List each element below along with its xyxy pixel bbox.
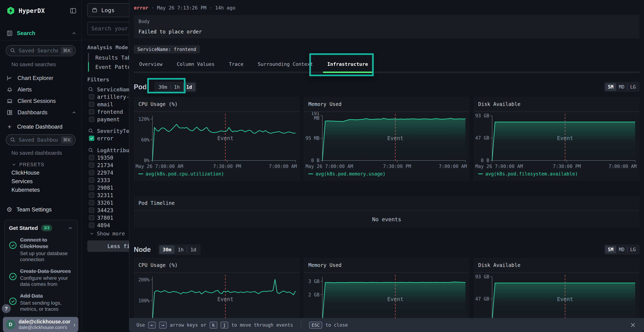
sidebar-item-alerts[interactable]: Alerts bbox=[0, 84, 82, 95]
pod-range-30m[interactable]: 30m bbox=[155, 83, 170, 91]
pod-section-header: Pod 30m 1h 1d SM MD LG bbox=[134, 81, 640, 93]
svg-text:100%: 100% bbox=[138, 298, 150, 304]
presets-label: PRESETS bbox=[19, 162, 44, 168]
checkbox[interactable] bbox=[89, 208, 94, 213]
svg-text:7:30:00 PM: 7:30:00 PM bbox=[383, 164, 411, 169]
node-range-1h[interactable]: 1h bbox=[174, 246, 187, 254]
tab-trace[interactable]: Trace bbox=[224, 58, 249, 72]
get-started-item[interactable]: Connect to ClickHouse Set up your databa… bbox=[9, 237, 73, 262]
svg-text:0 B: 0 B bbox=[311, 158, 320, 163]
checkbox[interactable] bbox=[89, 215, 94, 220]
chart-title: Memory Used bbox=[304, 258, 470, 273]
node-range-30m[interactable]: 30m bbox=[160, 246, 174, 254]
pod-size-sm[interactable]: SM bbox=[605, 83, 616, 91]
node-size-lg[interactable]: LG bbox=[628, 246, 638, 254]
mode-indicator bbox=[88, 62, 89, 72]
checkbox[interactable] bbox=[89, 109, 94, 114]
checkbox[interactable] bbox=[89, 185, 94, 190]
event-header: error · May 26 7:13:26 PM · 14h ago bbox=[134, 4, 640, 11]
pod-size-control: SM MD LG bbox=[604, 82, 640, 92]
checkbox[interactable] bbox=[89, 222, 94, 228]
close-icon[interactable] bbox=[629, 321, 637, 329]
svg-text:MB: MB bbox=[314, 116, 319, 121]
sidebar-section-search[interactable]: Search bbox=[6, 29, 77, 38]
checkbox[interactable] bbox=[89, 192, 94, 198]
tab-overview[interactable]: Overview bbox=[134, 58, 168, 72]
chart-title: CPU Usage (%) bbox=[134, 258, 300, 273]
svg-text:0%: 0% bbox=[144, 158, 150, 163]
pod-size-lg[interactable]: LG bbox=[628, 83, 638, 91]
footer-text: to move through events bbox=[232, 322, 293, 328]
user-profile-chip[interactable]: D dale@clickhouse.com dale@clickhouse.co… bbox=[3, 317, 78, 332]
check-circle-icon bbox=[9, 268, 17, 288]
checkbox[interactable] bbox=[89, 178, 94, 183]
chart-plot: 0%60%120%May 26 7:00:00 AM7:30:00 PM7:00… bbox=[134, 112, 300, 171]
body-text: Failed to place order bbox=[138, 29, 635, 35]
footer-text: arrow keys or bbox=[170, 322, 206, 328]
tab-column-values[interactable]: Column Values bbox=[172, 58, 220, 72]
checkbox[interactable] bbox=[89, 117, 94, 122]
create-dashboard-label: Create Dashboard bbox=[17, 124, 62, 130]
user-email: dale@clickhouse.com bbox=[18, 319, 70, 325]
checkbox[interactable] bbox=[89, 155, 94, 160]
chevron-up-icon[interactable] bbox=[68, 226, 73, 231]
get-started-item[interactable]: Add Data Start sending logs, metrics, or… bbox=[9, 293, 73, 312]
pod-range-1d[interactable]: 1d bbox=[183, 83, 195, 91]
tab-surrounding-context[interactable]: Surrounding Context bbox=[252, 58, 318, 72]
sidebar-item-client-sessions[interactable]: Client Sessions bbox=[0, 95, 82, 107]
team-settings-button[interactable]: ⚙ Team Settings bbox=[0, 205, 82, 215]
svg-text:May 26 7:00:00 AM: May 26 7:00:00 AM bbox=[306, 164, 353, 169]
node-range-1d[interactable]: 1d bbox=[187, 246, 200, 254]
chevron-up-icon bbox=[72, 30, 77, 36]
get-started-title: Get Started bbox=[9, 225, 38, 231]
legend-dash bbox=[138, 174, 143, 174]
node-size-sm[interactable]: SM bbox=[605, 246, 616, 254]
help-button[interactable]: ? bbox=[2, 304, 11, 313]
search-icon[interactable] bbox=[88, 128, 94, 134]
svg-text:May 26 7:00:00 AM: May 26 7:00:00 AM bbox=[136, 164, 183, 169]
get-started-panel: Get Started 3/3 Connect to ClickHouse Se… bbox=[4, 220, 78, 320]
chart-pod-cpu: CPU Usage (%) 0%60%120%May 26 7:00:00 AM… bbox=[134, 97, 300, 181]
pod-range-1h[interactable]: 1h bbox=[171, 83, 183, 91]
pod-size-md[interactable]: MD bbox=[616, 83, 627, 91]
search-icon[interactable] bbox=[88, 86, 94, 92]
preset-clickhouse[interactable]: ClickHouse bbox=[0, 168, 82, 177]
tab-infrastructure[interactable]: Infrastructure bbox=[322, 58, 374, 72]
create-dashboard-button[interactable]: + Create Dashboard bbox=[0, 122, 82, 132]
footer-text: to close bbox=[326, 322, 348, 328]
arrow-right-key: → bbox=[159, 322, 167, 328]
checkbox[interactable] bbox=[89, 170, 94, 175]
dot-separator: · bbox=[209, 5, 212, 10]
collapse-sidebar-icon[interactable] bbox=[70, 7, 77, 14]
svg-text:200%: 200% bbox=[138, 277, 150, 282]
checkbox[interactable] bbox=[89, 102, 94, 107]
preset-services[interactable]: Services bbox=[0, 177, 82, 186]
node-title: Node bbox=[134, 246, 151, 254]
severity-badge: error bbox=[134, 5, 148, 10]
step-desc: Set up your database connection bbox=[20, 250, 73, 262]
node-section-header: Node 30m 1h 1d SM MD LG bbox=[134, 244, 640, 255]
saved-searches-input[interactable]: Saved Searches ⌘K bbox=[6, 45, 76, 56]
source-selector-label: Logs bbox=[101, 7, 115, 14]
step-desc: Start sending logs, metrics, or traces bbox=[20, 300, 73, 312]
node-size-md[interactable]: MD bbox=[616, 246, 627, 254]
get-started-item[interactable]: Create Data Sources Configure where your… bbox=[9, 268, 73, 288]
service-name-chip[interactable]: ServiceName: frontend bbox=[134, 45, 200, 54]
sidebar-item-chart-explorer[interactable]: Chart Explorer bbox=[0, 72, 82, 84]
checkbox[interactable] bbox=[89, 162, 94, 168]
get-started-progress-badge: 3/3 bbox=[41, 225, 52, 231]
preset-kubernetes[interactable]: Kubernetes bbox=[0, 186, 82, 194]
search-icon[interactable] bbox=[88, 148, 94, 153]
saved-dashboards-placeholder: Saved Dashboards bbox=[18, 137, 58, 143]
dashboards-icon bbox=[6, 109, 13, 116]
checkbox[interactable] bbox=[89, 94, 94, 100]
sidebar-item-dashboards[interactable]: Dashboards bbox=[0, 107, 82, 118]
checkbox[interactable] bbox=[89, 200, 94, 205]
checkbox-checked[interactable] bbox=[89, 136, 94, 141]
pod-title: Pod bbox=[134, 83, 147, 91]
presets-toggle[interactable]: PRESETS bbox=[12, 161, 82, 168]
team-settings-label: Team Settings bbox=[16, 206, 52, 213]
chevron-down-icon bbox=[12, 162, 16, 167]
event-detail-panel: error · May 26 7:13:26 PM · 14h ago Body… bbox=[129, 0, 644, 332]
saved-dashboards-input[interactable]: Saved Dashboards ⌘K bbox=[6, 134, 76, 146]
